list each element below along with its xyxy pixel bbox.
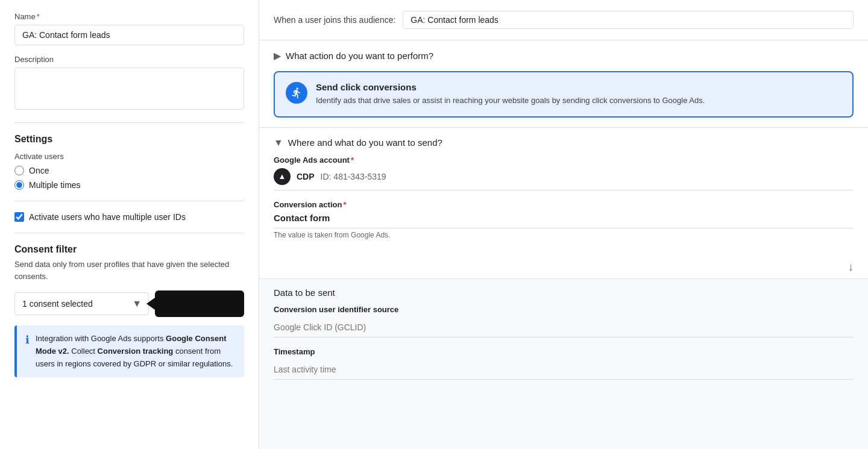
right-panel: When a user joins this audience: GA: Con… [259,0,868,449]
divider-row: ↓ [259,261,868,274]
activate-multiple-ids-checkbox[interactable] [14,212,24,222]
data-sent-header: Data to be sent [259,279,868,305]
radio-multiple[interactable]: Multiple times [14,180,244,190]
activate-users-radio-group: Once Multiple times [14,166,244,190]
info-text: Integration with Google Ads supports Goo… [36,333,236,370]
left-panel: Name* Description Settings Activate user… [0,0,259,449]
conversion-user-id-label: Conversion user identifier source [274,305,854,314]
action-accordion-label: What action do you want to perform? [286,51,433,61]
app-layout: Name* Description Settings Activate user… [0,0,868,449]
action-card-desc: Identify ads that drive sales or assist … [316,95,705,107]
data-sent-section: Data to be sent Conversion user identifi… [259,279,868,399]
conversion-action-hint: The value is taken from Google Ads. [274,231,854,239]
down-arrow-icon: ↓ [848,261,854,274]
conversion-action-value: Contact form [274,213,854,228]
audience-join-label: When a user joins this audience: [274,15,395,25]
consent-filter-title: Consent filter [14,244,244,255]
send-conversions-icon [286,82,307,104]
conversion-user-id-input[interactable] [274,318,854,338]
audience-join-row: When a user joins this audience: GA: Con… [259,0,868,40]
radio-multiple-label: Multiple times [29,180,81,190]
ads-required-star: * [351,155,354,165]
consent-filter-desc: Send data only from user profiles that h… [14,259,244,282]
description-field: Description [14,55,244,111]
consent-select[interactable]: 1 consent selected [14,292,149,315]
data-sent-body: Conversion user identifier source Timest… [259,305,868,380]
info-box: ℹ Integration with Google Ads supports G… [14,325,244,377]
chevron-down-icon-where: ▼ [274,137,283,148]
activate-multiple-ids-label: Activate users who have multiple user ID… [29,212,186,222]
cursor-icon [291,87,303,99]
name-field: Name* [14,12,244,45]
ads-account-name: CDP [297,172,315,181]
arrow-annotation [155,290,244,317]
radio-once-input[interactable] [14,166,24,175]
name-input[interactable] [14,25,244,45]
activate-multiple-ids-row[interactable]: Activate users who have multiple user ID… [14,212,244,222]
google-ads-account-row: ▲ CDP ID: 481-343-5319 [274,168,854,190]
action-card[interactable]: Send click conversions Identify ads that… [274,71,854,118]
timestamp-input[interactable] [274,360,854,380]
chevron-right-icon: ▶ [274,50,281,61]
where-body: Google Ads account* ▲ CDP ID: 481-343-53… [259,155,868,259]
action-card-content: Send click conversions Identify ads that… [316,82,705,107]
description-label: Description [14,55,244,64]
name-required-star: * [37,12,40,21]
activate-users-label: Activate users [14,152,244,161]
google-ads-account-field: Google Ads account* ▲ CDP ID: 481-343-53… [274,155,854,190]
info-icon: ℹ [25,333,30,347]
data-sent-label: Data to be sent [274,287,335,298]
divider-1 [14,122,244,123]
timestamp-field: Timestamp [274,347,854,380]
conversion-action-field: Conversion action* Contact form The valu… [274,200,854,239]
radio-once[interactable]: Once [14,166,244,175]
audience-join-value: GA: Contact form leads [403,11,854,29]
timestamp-label: Timestamp [274,347,854,356]
conversion-required-star: * [343,200,346,209]
action-accordion-header[interactable]: ▶ What action do you want to perform? [259,40,868,71]
ads-account-icon: ▲ [274,168,291,185]
divider-2 [14,201,244,201]
settings-title: Settings [14,134,244,145]
name-label: Name* [14,12,244,21]
action-card-title: Send click conversions [316,82,705,92]
where-section: ▼ Where and what do you want to send? Go… [259,128,868,279]
where-header-label: Where and what do you want to send? [288,137,442,148]
annotation-box [155,290,244,317]
action-accordion: ▶ What action do you want to perform? Se… [259,40,868,128]
divider-3 [14,233,244,233]
radio-multiple-input[interactable] [14,180,24,190]
conversion-user-id-field: Conversion user identifier source [274,305,854,338]
annotation-arrow-left [146,298,155,310]
description-input[interactable] [14,68,244,110]
consent-select-container: 1 consent selected ▼ [14,290,244,317]
where-header[interactable]: ▼ Where and what do you want to send? [259,128,868,155]
ads-account-id: ID: 481-343-5319 [321,172,386,181]
conversion-action-label: Conversion action* [274,200,854,209]
radio-once-label: Once [29,166,49,175]
google-ads-label: Google Ads account* [274,155,854,165]
